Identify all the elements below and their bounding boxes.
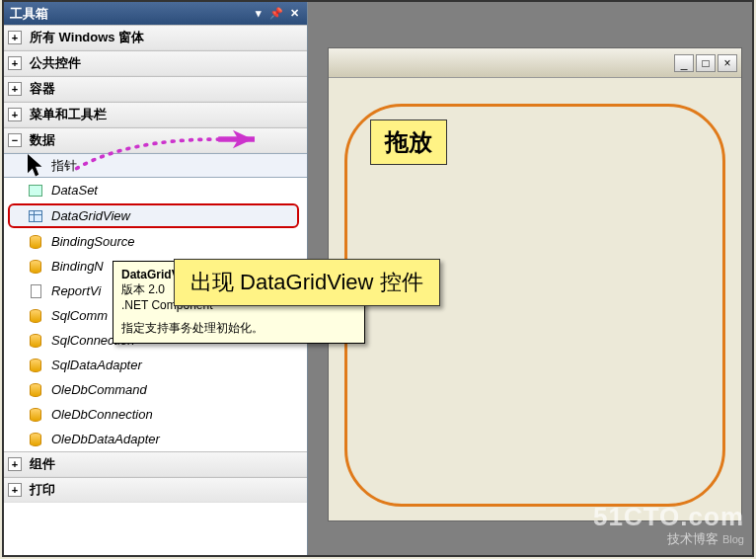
item-label: DataSet	[51, 183, 98, 198]
tooltip-description: 指定支持事务处理初始化。	[121, 320, 356, 337]
toolbox-item-oledbcommand[interactable]: OleDbCommand	[4, 377, 307, 402]
category-label: 所有 Windows 窗体	[30, 29, 144, 46]
toolbox-titlebar: 工具箱 ▾ 📌 ✕	[4, 2, 307, 25]
db-icon	[28, 259, 43, 275]
item-label: SqlComm	[51, 308, 108, 323]
toolbox-item-datagridview[interactable]: DataGridView	[8, 203, 299, 228]
expand-icon[interactable]: +	[8, 483, 22, 497]
category-data[interactable]: − 数据	[4, 127, 307, 153]
item-label: BindingSource	[51, 234, 135, 249]
db-icon	[28, 234, 43, 250]
db-icon	[28, 407, 43, 423]
expand-icon[interactable]: +	[8, 56, 22, 70]
category-components[interactable]: + 组件	[4, 451, 307, 477]
document-icon	[28, 283, 43, 299]
form-titlebar: _ □ ×	[329, 48, 741, 78]
category-common-controls[interactable]: + 公共控件	[4, 50, 307, 76]
dataset-icon	[28, 183, 43, 199]
collapse-icon[interactable]: −	[8, 133, 22, 147]
category-label: 公共控件	[30, 54, 81, 72]
close-button[interactable]: ×	[718, 54, 737, 72]
grid-icon	[28, 208, 43, 224]
toolbox-item-sqldataadapter[interactable]: SqlDataAdapter	[4, 353, 307, 377]
db-icon	[28, 308, 43, 324]
watermark-tag: Blog	[722, 533, 744, 545]
toolbox-item-dataset[interactable]: DataSet	[4, 178, 307, 202]
close-icon[interactable]: ✕	[287, 7, 301, 21]
watermark-line2: 技术博客	[667, 531, 718, 546]
maximize-button[interactable]: □	[696, 54, 716, 72]
dropdown-icon[interactable]: ▾	[252, 7, 265, 21]
expand-icon[interactable]: +	[8, 108, 22, 121]
item-label: ReportVi	[51, 283, 101, 298]
toolbox-item-oledbconnection[interactable]: OleDbConnection	[4, 402, 307, 427]
toolbox-item-oledbdataadapter[interactable]: OleDbDataAdapter	[4, 427, 307, 451]
minimize-button[interactable]: _	[674, 54, 694, 72]
item-label: OleDbConnection	[51, 407, 153, 422]
watermark: 51CTO.com 技术博客 Blog	[593, 503, 744, 547]
cursor-icon	[28, 158, 43, 174]
toolbox-title-text: 工具箱	[10, 5, 48, 23]
category-all-windows-forms[interactable]: + 所有 Windows 窗体	[4, 25, 307, 50]
category-containers[interactable]: + 容器	[4, 76, 307, 102]
item-label: OleDbCommand	[51, 382, 147, 397]
category-label: 数据	[30, 131, 55, 149]
expand-icon[interactable]: +	[8, 31, 22, 44]
watermark-line1: 51CTO.com	[593, 503, 744, 532]
item-label: SqlDataAdapter	[51, 358, 142, 372]
toolbox-item-pointer[interactable]: 指针	[4, 153, 307, 178]
item-label: BindingN	[51, 259, 104, 274]
category-label: 菜单和工具栏	[30, 106, 107, 123]
pin-icon[interactable]: 📌	[269, 7, 283, 21]
category-menus-toolbars[interactable]: + 菜单和工具栏	[4, 102, 307, 127]
category-label: 容器	[30, 80, 55, 98]
category-label: 打印	[30, 481, 55, 499]
db-icon	[28, 382, 43, 398]
db-icon	[28, 432, 43, 447]
item-label: 指针	[51, 157, 77, 175]
expand-icon[interactable]: +	[8, 457, 22, 471]
category-printing[interactable]: + 打印	[4, 477, 307, 503]
drop-label: 拖放	[370, 120, 447, 165]
annotation-callout: 出现 DataGridView 控件	[174, 259, 440, 306]
db-icon	[28, 358, 43, 373]
category-label: 组件	[30, 455, 55, 473]
expand-icon[interactable]: +	[8, 82, 22, 96]
db-icon	[28, 333, 43, 349]
item-label: DataGridView	[51, 208, 130, 223]
toolbox-item-bindingsource[interactable]: BindingSource	[4, 229, 307, 254]
item-label: OleDbDataAdapter	[51, 432, 160, 446]
